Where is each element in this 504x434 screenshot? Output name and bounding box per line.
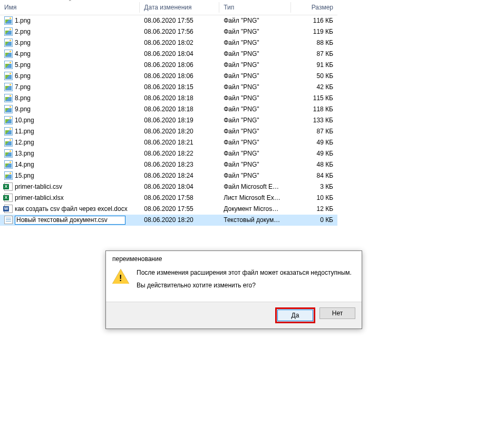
column-header-size-label: Размер	[312, 4, 333, 11]
file-name: 11.png	[15, 128, 34, 135]
file-name: 13.png	[15, 150, 34, 157]
image-file-icon	[4, 50, 13, 58]
file-row[interactable]: 1.png08.06.2020 17:55Файл "PNG"116 КБ	[0, 15, 337, 26]
file-row[interactable]: primer-tablici.csv08.06.2020 18:04Файл M…	[0, 181, 337, 192]
word-file-icon	[4, 205, 13, 213]
column-header-name-label: Имя	[4, 4, 16, 11]
file-row[interactable]: 8.png08.06.2020 18:18Файл "PNG"115 КБ	[0, 93, 337, 104]
file-type: Файл "PNG"	[219, 115, 290, 126]
file-size: 91 КБ	[291, 60, 337, 71]
image-file-icon	[4, 149, 13, 158]
image-file-icon	[4, 27, 13, 36]
file-name: 9.png	[15, 105, 31, 113]
file-row[interactable]: как создать csv файл через excel.docx08.…	[0, 204, 337, 215]
file-date: 08.06.2020 17:58	[140, 192, 219, 204]
file-date: 08.06.2020 17:56	[140, 26, 219, 37]
file-date: 08.06.2020 18:23	[140, 159, 219, 170]
file-size: 12 КБ	[291, 204, 337, 215]
file-type: Файл "PNG"	[219, 159, 290, 170]
file-type: Документ Micros…	[219, 204, 290, 215]
image-file-icon	[4, 171, 13, 180]
file-size: 50 КБ	[291, 71, 337, 82]
file-row[interactable]: 12.png08.06.2020 18:21Файл "PNG"49 КБ	[0, 137, 337, 148]
file-date: 08.06.2020 18:06	[140, 71, 219, 82]
excel-file-icon	[4, 194, 13, 202]
file-type: Файл "PNG"	[219, 82, 290, 93]
file-date: 08.06.2020 17:55	[140, 204, 219, 215]
file-name: primer-tablici.csv	[15, 183, 62, 190]
file-row[interactable]: 9.png08.06.2020 18:18Файл "PNG"118 КБ	[0, 104, 337, 115]
file-size: 10 КБ	[291, 192, 337, 204]
file-row[interactable]: 5.png08.06.2020 18:06Файл "PNG"91 КБ	[0, 60, 337, 71]
file-size: 133 КБ	[291, 115, 337, 126]
file-name: 5.png	[15, 61, 31, 69]
file-size: 118 КБ	[291, 104, 337, 115]
file-size: 42 КБ	[291, 82, 337, 93]
column-header-name[interactable]: Имя ⌃	[0, 0, 140, 15]
file-date: 08.06.2020 18:22	[140, 148, 219, 159]
file-name: 1.png	[15, 17, 31, 24]
file-name: 7.png	[15, 83, 31, 91]
file-type: Файл "PNG"	[219, 93, 290, 104]
file-size: 0 КБ	[291, 215, 337, 226]
file-type: Файл "PNG"	[219, 49, 290, 60]
image-file-icon	[4, 61, 13, 69]
file-row[interactable]: 10.png08.06.2020 18:19Файл "PNG"133 КБ	[0, 115, 337, 126]
file-type: Файл "PNG"	[219, 148, 290, 159]
file-row[interactable]: 14.png08.06.2020 18:23Файл "PNG"48 КБ	[0, 159, 337, 170]
file-date: 08.06.2020 18:06	[140, 60, 219, 71]
file-row[interactable]: 6.png08.06.2020 18:06Файл "PNG"50 КБ	[0, 71, 337, 82]
file-date: 08.06.2020 18:24	[140, 170, 219, 181]
file-name: 6.png	[15, 72, 31, 80]
rename-input[interactable]	[15, 216, 125, 225]
file-date: 08.06.2020 18:20	[140, 126, 219, 137]
image-file-icon	[4, 127, 13, 136]
file-row[interactable]: 4.png08.06.2020 18:04Файл "PNG"87 КБ	[0, 49, 337, 60]
file-size: 87 КБ	[291, 126, 337, 137]
file-date: 08.06.2020 18:20	[140, 215, 219, 226]
file-size: 116 КБ	[291, 15, 337, 26]
column-header-date[interactable]: Дата изменения	[140, 0, 219, 15]
file-type: Файл Microsoft E…	[219, 181, 290, 192]
file-row[interactable]: 3.png08.06.2020 18:02Файл "PNG"88 КБ	[0, 37, 337, 49]
column-header-date-label: Дата изменения	[144, 4, 191, 11]
file-size: 84 КБ	[291, 170, 337, 181]
file-row[interactable]: 08.06.2020 18:20Текстовый докум…0 КБ	[0, 215, 337, 226]
file-size: 119 КБ	[291, 26, 337, 37]
file-date: 08.06.2020 18:02	[140, 37, 219, 49]
file-name: как создать csv файл через excel.docx	[15, 205, 128, 213]
file-row[interactable]: 11.png08.06.2020 18:20Файл "PNG"87 КБ	[0, 126, 337, 137]
image-file-icon	[4, 16, 13, 25]
sort-ascending-icon: ⌃	[68, 0, 72, 4]
file-name: 4.png	[15, 50, 31, 57]
column-header-size[interactable]: Размер	[291, 0, 337, 15]
image-file-icon	[4, 94, 13, 102]
file-size: 49 КБ	[291, 148, 337, 159]
file-row[interactable]: 15.png08.06.2020 18:24Файл "PNG"84 КБ	[0, 170, 337, 181]
file-date: 08.06.2020 18:21	[140, 137, 219, 148]
file-type: Файл "PNG"	[219, 37, 290, 49]
file-date: 08.06.2020 18:18	[140, 104, 219, 115]
file-size: 115 КБ	[291, 93, 337, 104]
image-file-icon	[4, 72, 13, 80]
file-row[interactable]: 2.png08.06.2020 17:56Файл "PNG"119 КБ	[0, 26, 337, 37]
file-row[interactable]: primer-tablici.xlsx08.06.2020 17:58Лист …	[0, 192, 337, 204]
column-header-type[interactable]: Тип	[219, 0, 290, 15]
file-type: Файл "PNG"	[219, 60, 290, 71]
file-size: 88 КБ	[291, 37, 337, 49]
image-file-icon	[4, 105, 13, 113]
file-date: 08.06.2020 18:18	[140, 93, 219, 104]
excel-file-icon	[4, 182, 13, 191]
file-date: 08.06.2020 17:55	[140, 15, 219, 26]
image-file-icon	[4, 160, 13, 169]
file-date: 08.06.2020 18:19	[140, 115, 219, 126]
file-size: 3 КБ	[291, 181, 337, 192]
file-name: primer-tablici.xlsx	[15, 194, 64, 201]
file-type: Файл "PNG"	[219, 15, 290, 26]
file-name: 14.png	[15, 161, 34, 168]
file-row[interactable]: 13.png08.06.2020 18:22Файл "PNG"49 КБ	[0, 148, 337, 159]
file-name: 12.png	[15, 139, 34, 146]
file-type: Лист Microsoft Ex…	[219, 192, 290, 204]
file-row[interactable]: 7.png08.06.2020 18:15Файл "PNG"42 КБ	[0, 82, 337, 93]
file-name: 15.png	[15, 172, 34, 179]
